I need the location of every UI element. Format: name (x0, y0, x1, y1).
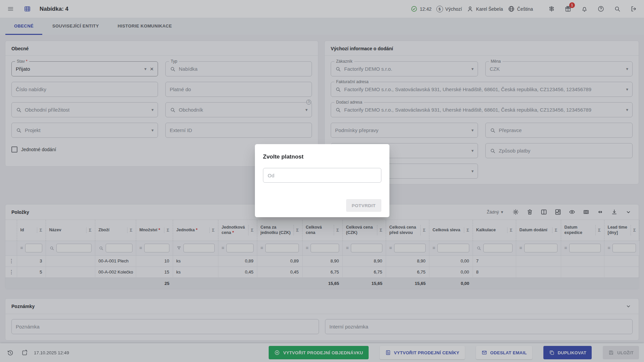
choose-validity-dialog: Zvolte platnost POTVRDIT (255, 144, 389, 217)
dialog-title: Zvolte platnost (263, 154, 381, 160)
confirm-button[interactable]: POTVRDIT (346, 199, 381, 212)
validity-from-input[interactable] (263, 168, 381, 183)
